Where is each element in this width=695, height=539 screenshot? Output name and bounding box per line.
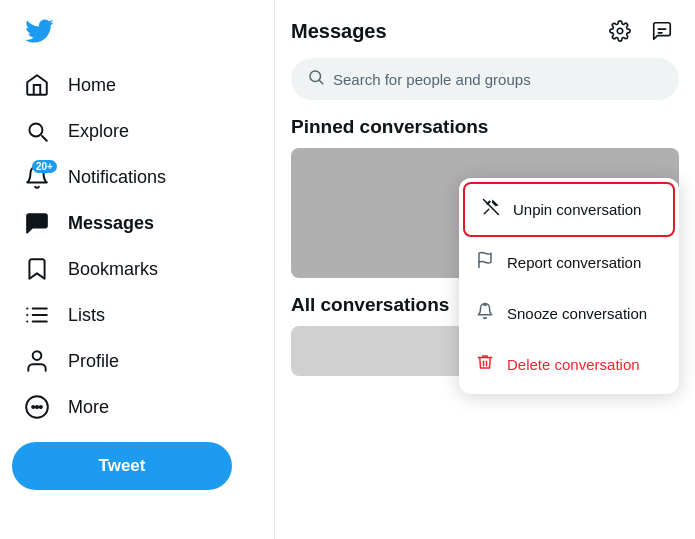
home-icon	[24, 72, 50, 98]
menu-item-delete[interactable]: Delete conversation	[459, 339, 679, 390]
sidebar-item-notifications[interactable]: 20+ Notifications	[12, 154, 262, 200]
menu-item-snooze-label: Snooze conversation	[507, 305, 647, 322]
delete-icon	[475, 353, 495, 376]
profile-icon	[24, 348, 50, 374]
context-menu: Unpin conversation Report conversation	[459, 178, 679, 394]
sidebar-item-bookmarks-label: Bookmarks	[68, 259, 158, 280]
twitter-logo	[12, 8, 262, 58]
svg-point-8	[32, 406, 34, 408]
search-placeholder: Search for people and groups	[333, 71, 531, 88]
sidebar-item-bookmarks[interactable]: Bookmarks	[12, 246, 262, 292]
sidebar-item-messages[interactable]: Messages	[12, 200, 262, 246]
settings-button[interactable]	[603, 14, 637, 48]
svg-point-14	[310, 71, 321, 82]
sidebar-item-explore-label: Explore	[68, 121, 129, 142]
lists-icon	[24, 302, 50, 328]
sidebar-item-messages-label: Messages	[68, 213, 154, 234]
sidebar-item-lists[interactable]: Lists	[12, 292, 262, 338]
bookmarks-icon	[24, 256, 50, 282]
sidebar-item-home-label: Home	[68, 75, 116, 96]
svg-point-11	[617, 28, 623, 34]
snooze-icon	[475, 302, 495, 325]
menu-item-delete-label: Delete conversation	[507, 356, 640, 373]
sidebar-item-more[interactable]: More	[12, 384, 262, 430]
explore-icon	[24, 118, 50, 144]
sidebar-item-explore[interactable]: Explore	[12, 108, 262, 154]
svg-point-10	[40, 406, 42, 408]
menu-item-report-label: Report conversation	[507, 254, 641, 271]
messages-icon	[24, 210, 50, 236]
svg-line-16	[484, 209, 489, 214]
more-icon	[24, 394, 50, 420]
menu-item-unpin-label: Unpin conversation	[513, 201, 641, 218]
sidebar-item-profile[interactable]: Profile	[12, 338, 262, 384]
sidebar-item-notifications-label: Notifications	[68, 167, 166, 188]
menu-item-unpin[interactable]: Unpin conversation	[463, 182, 675, 237]
sidebar-item-home[interactable]: Home	[12, 62, 262, 108]
search-icon	[307, 68, 325, 90]
unpin-icon	[481, 198, 501, 221]
svg-point-9	[36, 406, 38, 408]
sidebar-item-more-label: More	[68, 397, 109, 418]
page-title: Messages	[291, 20, 387, 43]
sidebar-item-lists-label: Lists	[68, 305, 105, 326]
tweet-button[interactable]: Tweet	[12, 442, 232, 490]
conversations-area: Unpin conversation Report conversation	[275, 148, 695, 278]
sidebar-item-profile-label: Profile	[68, 351, 119, 372]
notification-badge: 20+	[32, 160, 57, 173]
compose-message-button[interactable]	[645, 14, 679, 48]
messages-header: Messages	[275, 0, 695, 48]
sidebar: Home Explore 20+ Notifications Messages	[0, 0, 275, 539]
report-icon	[475, 251, 495, 274]
main-content: Messages Search	[275, 0, 695, 539]
pinned-section-title: Pinned conversations	[275, 112, 695, 148]
search-bar[interactable]: Search for people and groups	[291, 58, 679, 100]
header-actions	[603, 14, 679, 48]
menu-item-report[interactable]: Report conversation	[459, 237, 679, 288]
menu-item-snooze[interactable]: Snooze conversation	[459, 288, 679, 339]
svg-point-6	[33, 351, 42, 360]
